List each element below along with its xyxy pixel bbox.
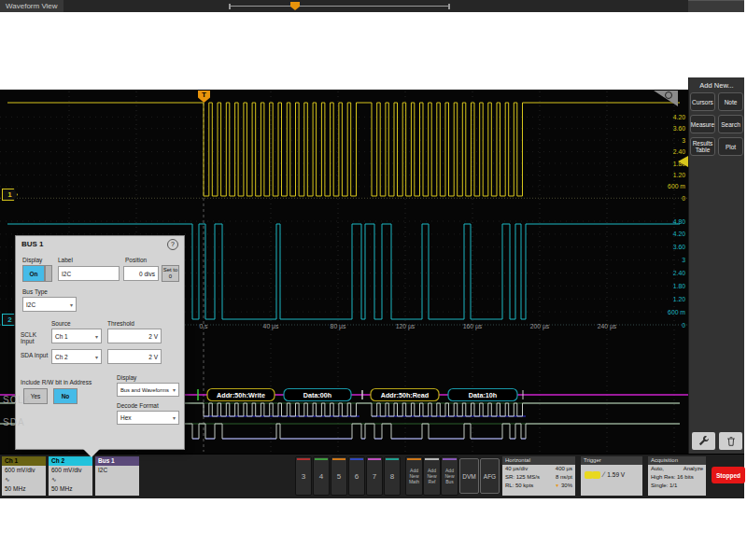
add-new-title: Add New... xyxy=(689,77,744,92)
button-color-stripe xyxy=(407,458,421,460)
rw-bit-label: Include R/W bit in Address xyxy=(21,379,92,385)
svg-text:240 µs: 240 µs xyxy=(598,323,617,330)
horizontal-scale: 40 µs/div xyxy=(505,465,528,473)
svg-text:3.60: 3.60 xyxy=(673,125,685,132)
afg-button[interactable]: AFG xyxy=(480,458,500,494)
sine-coupling-icon: ∿ xyxy=(49,475,92,484)
channel-button-4[interactable]: 4 xyxy=(313,456,330,496)
add-new-grid: CursorsNoteMeasureSearchResults TablePlo… xyxy=(689,92,744,156)
zoom-corner-icon[interactable] xyxy=(654,91,678,106)
channel-color-stripe xyxy=(368,458,381,460)
channel-button-8[interactable]: 8 xyxy=(384,456,401,496)
record-length: RL: 50 kpts xyxy=(505,482,533,490)
source-header: Source xyxy=(51,320,71,327)
add-new-ref-button[interactable]: AddNewRef xyxy=(423,456,441,496)
bus-display-dropdown[interactable]: Bus and Waveforms▾ xyxy=(117,383,179,397)
svg-text:40 µs: 40 µs xyxy=(263,323,279,330)
channel-button-7[interactable]: 7 xyxy=(366,456,383,496)
dialog-tail xyxy=(83,449,100,457)
display2-label: Display xyxy=(117,374,136,381)
svg-text:4.80: 4.80 xyxy=(673,218,685,225)
add-new-results-table-button[interactable]: Results Table xyxy=(690,137,715,156)
vertical-scale: 600 mV/div xyxy=(49,466,92,475)
trash-button[interactable] xyxy=(719,432,742,450)
channel-button-5[interactable]: 5 xyxy=(331,456,347,496)
badge-header: Bus 1 xyxy=(95,456,139,466)
channel-badge-bus1[interactable]: Bus 1I2C xyxy=(95,456,139,496)
rw-no-button[interactable]: No xyxy=(53,388,78,404)
wrench-icon xyxy=(698,435,710,447)
stopped-run-button[interactable]: Stopped xyxy=(712,467,745,483)
chevron-down-icon: ▾ xyxy=(70,301,73,308)
button-color-stripe xyxy=(443,458,457,460)
bottom-bar: Ch 1600 mV/div∿50 MHzCh 2600 mV/div∿50 M… xyxy=(0,454,744,498)
add-new-math-button[interactable]: AddNewMath xyxy=(405,456,423,496)
right-panel-tools xyxy=(692,432,742,450)
add-new-cursors-button[interactable]: Cursors xyxy=(690,92,715,111)
trigger-level: 1.59 V xyxy=(607,471,625,478)
svg-text:Data:10h: Data:10h xyxy=(469,391,497,399)
add-new-bus-button[interactable]: AddNewBus xyxy=(441,456,458,496)
tools-button[interactable] xyxy=(692,432,715,450)
svg-text:3.60: 3.60 xyxy=(673,244,685,250)
svg-text:3: 3 xyxy=(682,257,685,263)
pan-zoom-slider[interactable] xyxy=(229,4,450,9)
decode-format-label: Decode Format xyxy=(117,402,159,409)
svg-text:4.20: 4.20 xyxy=(673,231,685,237)
display-label: Display xyxy=(22,257,42,263)
svg-text:120 µs: 120 µs xyxy=(396,323,416,330)
bus-type-label: Bus Type xyxy=(22,288,48,295)
set-to-zero-button[interactable]: Set to 0 xyxy=(162,265,179,282)
horizontal-badge[interactable]: Horizontal 40 µs/div400 µs SR: 125 MS/s8… xyxy=(502,456,575,496)
channel-color-stripe xyxy=(297,458,310,460)
acq-mode: High Res: 16 bits xyxy=(651,473,694,482)
dvm-button[interactable]: DVM xyxy=(459,458,479,494)
dialog-title: BUS 1 xyxy=(21,240,44,248)
svg-text:0: 0 xyxy=(682,195,685,202)
sda-source-dropdown[interactable]: Ch 2▾ xyxy=(51,349,102,364)
threshold-header: Threshold xyxy=(107,320,134,327)
right-panel: Add New... CursorsNoteMeasureSearchResul… xyxy=(688,77,744,454)
svg-text:160 µs: 160 µs xyxy=(463,323,483,330)
svg-text:Addr:50h:Write: Addr:50h:Write xyxy=(217,391,265,399)
svg-text:1.80: 1.80 xyxy=(673,161,685,167)
decode-format-dropdown[interactable]: Hex▾ xyxy=(117,411,179,425)
trigger-badge[interactable]: Trigger ∕ 1.59 V xyxy=(581,456,642,496)
position-input[interactable]: 0 divs xyxy=(123,266,159,281)
sclk-threshold-input[interactable]: 2 V xyxy=(107,329,162,343)
chevron-down-icon: ▾ xyxy=(95,333,98,340)
acquisition-badge[interactable]: Acquisition Auto,Analyze High Res: 16 bi… xyxy=(648,456,706,496)
svg-text:2.40: 2.40 xyxy=(673,270,685,276)
svg-text:0 s: 0 s xyxy=(199,323,208,329)
channel-badge-ch1[interactable]: Ch 1600 mV/div∿50 MHz xyxy=(2,456,46,496)
svg-text:0: 0 xyxy=(682,322,685,329)
channel-color-stripe xyxy=(315,458,328,460)
bus-type-dropdown[interactable]: I2C▾ xyxy=(22,297,77,312)
channel-button-6[interactable]: 6 xyxy=(348,456,365,496)
sine-coupling-icon: ∿ xyxy=(2,475,46,484)
channel-badge-ch2[interactable]: Ch 2600 mV/div∿50 MHz xyxy=(49,456,92,496)
badge-header: Ch 2 xyxy=(49,456,92,466)
channel-button-3[interactable]: 3 xyxy=(295,456,312,496)
svg-text:600 m: 600 m xyxy=(668,183,685,189)
label-input[interactable]: I2C xyxy=(58,266,120,281)
add-new-measure-button[interactable]: Measure xyxy=(690,115,715,133)
svg-text:600 m: 600 m xyxy=(668,309,685,315)
bus-type: I2C xyxy=(95,466,139,475)
oscilloscope-app: FileEditUtilityHelp Waveform View 4.203.… xyxy=(0,0,747,560)
display-toggle-knob[interactable] xyxy=(45,265,52,282)
add-new-note-button[interactable]: Note xyxy=(718,92,743,111)
bus1-config-dialog: BUS 1 ? Display Label Position On I2C 0 … xyxy=(15,235,185,450)
chevron-down-icon: ▾ xyxy=(95,354,98,360)
sda-threshold-input[interactable]: 2 V xyxy=(107,349,162,364)
tab-bar: Waveform View xyxy=(0,0,688,12)
add-new-search-button[interactable]: Search xyxy=(718,115,743,133)
add-new-plot-button[interactable]: Plot xyxy=(718,137,743,156)
sclk-source-dropdown[interactable]: Ch 1▾ xyxy=(51,329,102,343)
help-icon[interactable]: ? xyxy=(167,239,178,250)
svg-text:80 µs: 80 µs xyxy=(331,323,346,330)
badge-header: Ch 1 xyxy=(2,456,46,466)
tab-waveform-view[interactable]: Waveform View xyxy=(0,0,63,12)
display-on-toggle[interactable]: On xyxy=(22,265,45,282)
svg-text:1.80: 1.80 xyxy=(673,283,685,289)
